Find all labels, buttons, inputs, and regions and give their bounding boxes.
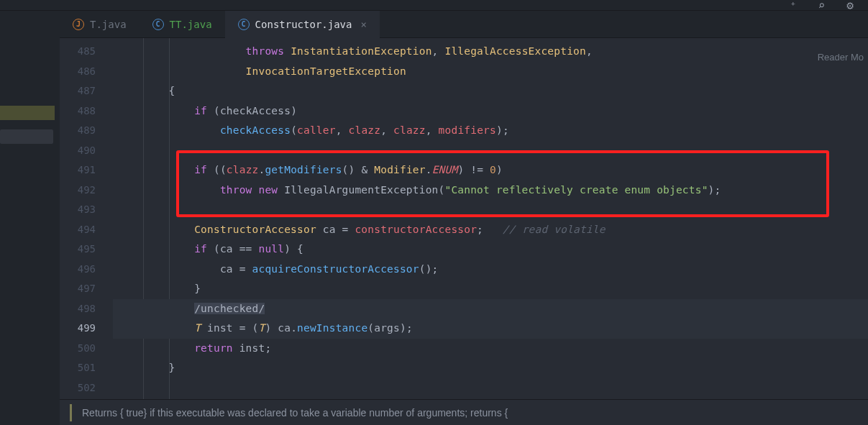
code-line: } xyxy=(113,279,868,299)
line-number: 488 xyxy=(60,101,113,122)
code-line: if ((clazz.getModifiers() & Modifier.ENU… xyxy=(113,160,868,180)
line-number: 485 xyxy=(60,42,113,62)
tab-label: TT.java xyxy=(170,19,212,30)
line-number: 496 xyxy=(60,260,113,280)
close-icon[interactable]: × xyxy=(360,19,366,30)
tab-constructor-java[interactable]: CConstructor.java× xyxy=(225,11,380,37)
line-number: 501 xyxy=(60,358,113,378)
line-gutter: 4854864874884894904914924934944954964974… xyxy=(60,38,113,425)
code-line: T inst = (T) ca.newInstance(args); xyxy=(113,319,868,339)
line-number: 500 xyxy=(60,339,113,359)
line-number: 491 xyxy=(60,160,113,180)
file-type-icon: J xyxy=(73,19,84,30)
code-line: InvocationTargetException xyxy=(113,62,868,82)
line-number: 489 xyxy=(60,121,113,141)
sidebar-selection xyxy=(0,129,53,144)
code-line xyxy=(113,141,868,161)
code-line: if (ca == null) { xyxy=(113,239,868,260)
doc-accent xyxy=(70,404,72,421)
code-line: ca = acquireConstructorAccessor(); xyxy=(113,260,868,280)
file-type-icon: C xyxy=(238,19,250,30)
code-line: ConstructorAccessor ca = constructorAcce… xyxy=(113,220,868,240)
code-line: /unchecked/ xyxy=(113,299,868,319)
line-number: 486 xyxy=(60,62,113,82)
tab-tt-java[interactable]: CTT.java xyxy=(140,11,225,37)
line-number: 497 xyxy=(60,279,113,299)
code-line: throw new IllegalArgumentException("Cann… xyxy=(113,180,868,201)
line-number: 494 xyxy=(60,220,113,240)
code-line: } xyxy=(113,358,868,378)
code-lines: throws InstantiationException, IllegalAc… xyxy=(113,42,868,398)
reader-mode-label[interactable]: Reader Mo xyxy=(818,52,864,63)
tab-label: Constructor.java xyxy=(255,19,352,30)
code-line: if (checkAccess) xyxy=(113,101,868,122)
code-area[interactable]: throws InstantiationException, IllegalAc… xyxy=(113,38,868,425)
code-line: throws InstantiationException, IllegalAc… xyxy=(113,42,868,62)
line-number: 490 xyxy=(60,141,113,161)
documentation-bar: Returns { true} if this executable was d… xyxy=(60,399,868,425)
line-number: 502 xyxy=(60,378,113,398)
line-number: 492 xyxy=(60,180,113,201)
file-type-icon: C xyxy=(152,19,164,30)
line-number: 493 xyxy=(60,200,113,220)
code-line: return inst; xyxy=(113,339,868,359)
project-sidebar xyxy=(0,11,60,425)
line-number: 499 xyxy=(60,319,113,339)
top-toolbar: ⁺ ⌕ ⚙ xyxy=(0,0,868,11)
code-editor[interactable]: 4854864874884894904914924934944954964974… xyxy=(60,38,868,425)
tab-label: T.java xyxy=(90,19,127,30)
tab-t-java[interactable]: JT.java xyxy=(60,11,140,37)
line-number: 498 xyxy=(60,299,113,319)
line-number: 495 xyxy=(60,239,113,260)
editor-tabs: JT.javaCTT.javaCConstructor.java× xyxy=(60,11,868,38)
code-line: { xyxy=(113,81,868,101)
code-line xyxy=(113,200,868,220)
sidebar-selection-highlight xyxy=(0,106,55,120)
doc-hint-text: Returns { true} if this executable was d… xyxy=(82,407,508,419)
line-number: 487 xyxy=(60,81,113,101)
code-line: checkAccess(caller, clazz, clazz, modifi… xyxy=(113,121,868,141)
code-line xyxy=(113,378,868,398)
